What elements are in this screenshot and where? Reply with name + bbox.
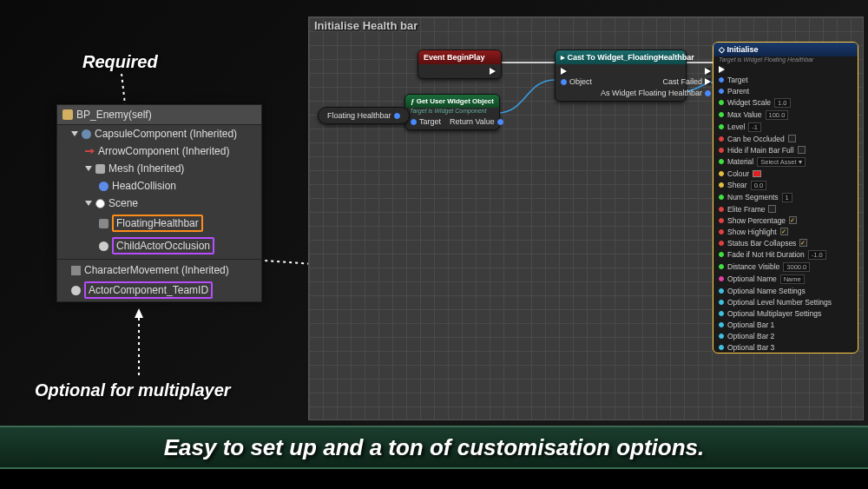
exec-out-pin[interactable]	[705, 68, 711, 75]
node-header: ▸ Cast To Widget_FloatingHealthbar	[556, 50, 686, 64]
property-pin[interactable]: Max Value 100.0	[713, 109, 858, 121]
property-label: Optional Bar 2	[727, 332, 774, 340]
return-pin[interactable]: Return Value	[450, 117, 503, 126]
property-pin[interactable]: Shear 0.0	[713, 179, 858, 191]
property-pin[interactable]: Fade if Not Hit Duration -1.0	[713, 248, 858, 261]
pin-icon	[719, 207, 724, 212]
color-swatch[interactable]	[753, 170, 761, 177]
main-canvas: Required Optional for occlusion Optional…	[0, 0, 868, 426]
property-pin[interactable]: Optional Bar 1	[713, 319, 858, 330]
checkbox[interactable]	[768, 205, 776, 213]
pin-icon	[719, 264, 724, 269]
expand-icon[interactable]	[71, 131, 78, 136]
node-get-widget[interactable]: ƒ Get User Widget Object Target is Widge…	[404, 94, 500, 130]
value-input[interactable]: 1.0	[774, 98, 790, 108]
component-item[interactable]: FloatingHealthbar	[57, 212, 261, 235]
property-label: Num Segments	[727, 193, 779, 202]
property-pin[interactable]: Optional Bar 2	[713, 330, 858, 341]
checkbox[interactable]	[799, 239, 807, 247]
pin-icon	[719, 300, 724, 305]
checkbox[interactable]	[789, 216, 797, 224]
value-input[interactable]: Name	[780, 274, 805, 284]
component-item[interactable]: CharacterMovement (Inherited)	[57, 261, 261, 279]
component-item[interactable]: ArrowComponent (Inherited)	[57, 142, 261, 160]
pin-icon	[719, 182, 724, 188]
component-item[interactable]: CapsuleComponent (Inherited)	[57, 125, 261, 142]
property-pin[interactable]: Parent	[713, 85, 858, 96]
pin-icon	[719, 112, 724, 117]
expand-icon[interactable]	[85, 166, 92, 171]
property-pin[interactable]: Elite Frame	[713, 203, 858, 215]
node-variable[interactable]: Floating Healthbar	[318, 107, 410, 124]
property-label: Optional Name	[727, 274, 777, 283]
blueprint-graph[interactable]: Initialise Health bar Event BeginPlay ▸ …	[308, 17, 864, 420]
component-root[interactable]: BP_Enemy(self)	[57, 105, 261, 125]
node-cast[interactable]: ▸ Cast To Widget_FloatingHealthbar Objec…	[555, 50, 687, 102]
component-label: Scene	[108, 197, 138, 209]
pin-icon	[719, 345, 724, 350]
property-pin[interactable]: Widget Scale 1.0	[713, 96, 858, 109]
component-item[interactable]: Mesh (Inherited)	[57, 160, 261, 177]
component-label: ArrowComponent (Inherited)	[98, 145, 229, 157]
property-pin[interactable]: Optional Multiplayer Settings	[713, 307, 858, 319]
annotation-multiplayer: Optional for multiplayer	[35, 380, 231, 400]
component-item[interactable]: Scene	[57, 195, 261, 212]
property-pin[interactable]: Hide if Main Bar Full	[713, 144, 858, 155]
arrow-icon	[85, 147, 95, 156]
property-pin[interactable]: Optional Level Number Settings	[713, 296, 858, 307]
property-pin[interactable]: Show Highlight	[713, 226, 858, 237]
component-label: CapsuleComponent (Inherited)	[95, 128, 237, 140]
exec-pin-icon[interactable]	[490, 68, 496, 75]
var-out-pin[interactable]	[394, 113, 400, 119]
value-input[interactable]: 0.0	[751, 181, 766, 190]
property-pin[interactable]: Material Select Asset ▾	[713, 155, 858, 168]
value-input[interactable]: -1.0	[808, 250, 826, 260]
cast-out-pin[interactable]: As Widget Floating Healthbar	[601, 89, 711, 97]
component-label: FloatingHealthbar	[112, 215, 203, 232]
pin-icon	[719, 148, 724, 153]
value-input[interactable]: 1	[782, 193, 792, 202]
property-pin[interactable]: Level -1	[713, 121, 858, 133]
checkbox[interactable]	[780, 228, 788, 235]
property-label: Widget Scale	[727, 98, 771, 107]
component-item[interactable]: ActorComponent_TeamID	[57, 279, 261, 301]
pin-icon	[719, 159, 724, 164]
property-pin[interactable]: Status Bar Collapses	[713, 237, 858, 248]
component-item[interactable]: HeadCollision	[57, 177, 261, 195]
exec-in-pin[interactable]	[713, 64, 858, 74]
property-pin[interactable]: Can be Occluded	[713, 133, 858, 144]
object-pin[interactable]: Object	[561, 77, 592, 86]
property-pin[interactable]: Colour	[713, 168, 858, 179]
property-pin[interactable]: Show Percentage	[713, 215, 858, 226]
bottom-banner: Easy to set up and a ton of customisatio…	[0, 426, 868, 469]
property-pin[interactable]: Distance Visible 3000.0	[713, 261, 858, 273]
cast-failed-pin[interactable]: Cast Failed	[663, 77, 712, 86]
node-begin-play[interactable]: Event BeginPlay	[418, 50, 502, 79]
component-label: Mesh (Inherited)	[108, 162, 184, 175]
exec-in-pin[interactable]	[561, 68, 592, 75]
expand-icon[interactable]	[85, 201, 92, 206]
components-panel: BP_Enemy(self) CapsuleComponent (Inherit…	[56, 104, 262, 302]
property-pin[interactable]: Optional Name Settings	[713, 285, 858, 296]
property-pin[interactable]: Target	[713, 74, 858, 85]
value-input[interactable]: 100.0	[766, 110, 789, 120]
asset-picker[interactable]: Select Asset ▾	[757, 157, 805, 167]
pin-icon	[719, 171, 724, 176]
property-pin[interactable]: Optional Bar 3	[713, 341, 858, 353]
target-pin[interactable]: Target	[411, 117, 441, 126]
node-initialise[interactable]: ◇ Initialise Target is Widget Floating H…	[713, 42, 858, 354]
property-label: Hide if Main Bar Full	[727, 146, 794, 155]
property-pin[interactable]: Optional Name Name	[713, 273, 858, 285]
property-label: Show Highlight	[727, 228, 777, 236]
property-label: Level	[727, 122, 745, 131]
property-pin[interactable]: Num Segments 1	[713, 191, 858, 203]
checkbox[interactable]	[798, 146, 806, 154]
value-input[interactable]: 3000.0	[783, 262, 810, 272]
component-item[interactable]: ChildActorOcclusion	[57, 235, 261, 257]
svg-marker-2	[135, 308, 143, 318]
property-label: Optional Bar 3	[727, 343, 774, 352]
pin-icon	[719, 89, 724, 94]
checkbox[interactable]	[788, 135, 796, 142]
value-input[interactable]: -1	[748, 122, 761, 132]
pin-icon	[719, 77, 724, 83]
